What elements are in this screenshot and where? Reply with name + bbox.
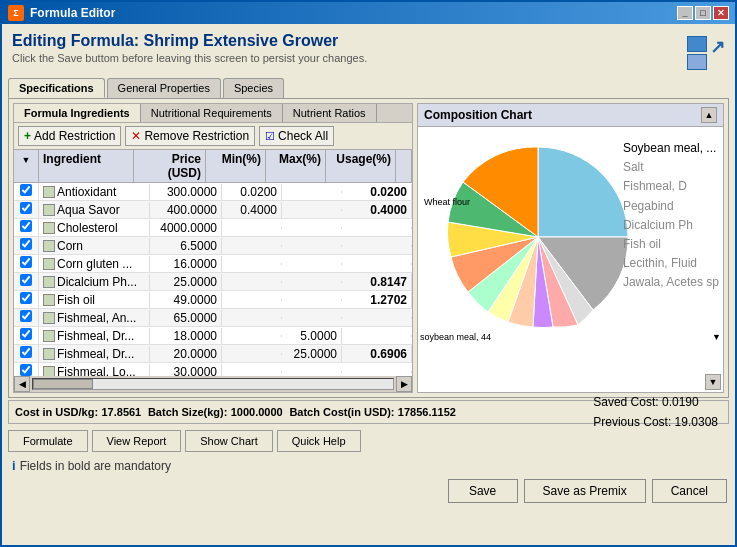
scroll-left-button[interactable]: ◀ — [14, 376, 30, 392]
row-checkbox[interactable] — [14, 183, 39, 200]
col-price: Price (USD) — [134, 150, 206, 182]
show-chart-button[interactable]: Show Chart — [185, 430, 272, 452]
row-ingredient-name: Fish oil — [39, 292, 150, 308]
table-row[interactable]: Dicalcium Ph... 25.0000 0.8147 — [14, 273, 412, 291]
table-row[interactable]: Fishmeal, Dr... 18.0000 5.0000 — [14, 327, 412, 345]
tab-general-properties[interactable]: General Properties — [107, 78, 221, 98]
save-button[interactable]: Save — [448, 479, 518, 503]
table-row[interactable]: Cholesterol 4000.0000 — [14, 219, 412, 237]
row-ingredient-name: Cholesterol — [39, 220, 150, 236]
row-max — [282, 209, 342, 211]
subtab-nutritional-requirements[interactable]: Nutritional Requirements — [141, 104, 283, 122]
table-row[interactable]: Fishmeal, Dr... 20.0000 25.0000 0.6906 — [14, 345, 412, 363]
tab-species[interactable]: Species — [223, 78, 284, 98]
ingredient-icon — [43, 366, 55, 377]
batch-cost-label: Batch Cost(in USD): — [289, 406, 394, 418]
subtab-nutrient-ratios[interactable]: Nutrient Ratios — [283, 104, 377, 122]
close-button[interactable]: ✕ — [713, 6, 729, 20]
row-min — [222, 353, 282, 355]
table-row[interactable]: Corn gluten ... 16.0000 — [14, 255, 412, 273]
tab-specifications[interactable]: Specifications — [8, 78, 105, 98]
row-max — [282, 227, 342, 229]
formulate-button[interactable]: Formulate — [8, 430, 88, 452]
ingredient-icon — [43, 222, 55, 234]
col-check: ▼ — [14, 150, 39, 182]
graphic-box-2 — [687, 54, 707, 70]
scroll-thumb[interactable] — [33, 379, 93, 389]
table-row[interactable]: Antioxidant 300.0000 0.0200 0.0200 — [14, 183, 412, 201]
table-row[interactable]: Corn 6.5000 — [14, 237, 412, 255]
subtab-formula-ingredients[interactable]: Formula Ingredients — [14, 104, 141, 122]
row-checkbox[interactable] — [14, 291, 39, 308]
table-row[interactable]: Fishmeal, An... 65.0000 — [14, 309, 412, 327]
save-as-premix-button[interactable]: Save as Premix — [524, 479, 646, 503]
row-checkbox[interactable] — [14, 255, 39, 272]
row-ingredient-name: Fishmeal, Dr... — [39, 328, 150, 344]
col-usage: Usage(%) — [326, 150, 396, 182]
legend-item-1: Soybean meal, ... — [623, 139, 719, 158]
ingredient-icon — [43, 312, 55, 324]
row-checkbox[interactable] — [14, 363, 39, 376]
table-row[interactable]: Fish oil 49.0000 1.2702 — [14, 291, 412, 309]
row-price: 30.0000 — [150, 364, 222, 377]
table-row[interactable]: Aqua Savor 400.0000 0.4000 0.4000 — [14, 201, 412, 219]
legend-item-4: Pegabind — [623, 197, 719, 216]
row-ingredient-name: Antioxidant — [39, 184, 150, 200]
row-min — [222, 317, 282, 319]
ingredients-table: ▼ Ingredient Price (USD) Min(%) Max(%) U… — [14, 150, 412, 376]
row-checkbox[interactable] — [14, 237, 39, 254]
scroll-track[interactable] — [32, 378, 394, 390]
row-max — [282, 191, 342, 193]
row-usage — [342, 227, 412, 229]
chart-label-soy44: soybean meal, 44 — [420, 332, 491, 342]
legend-item-7: Lecithin, Fluid — [623, 254, 719, 273]
row-min — [222, 371, 282, 373]
main-content-area: Formula Ingredients Nutritional Requirem… — [8, 98, 729, 398]
row-price: 65.0000 — [150, 310, 222, 326]
row-checkbox[interactable] — [14, 327, 39, 344]
remove-restriction-button[interactable]: ✕ Remove Restriction — [125, 126, 255, 146]
row-usage — [342, 245, 412, 247]
chart-scroll-down-btn[interactable]: ▼ — [705, 374, 721, 390]
chart-scroll-down[interactable]: ▼ — [712, 332, 721, 342]
sort-icon: ▼ — [22, 155, 31, 165]
chart-title-label: Composition Chart — [424, 108, 532, 122]
cancel-button[interactable]: Cancel — [652, 479, 727, 503]
row-min — [222, 335, 282, 337]
row-usage: 1.2702 — [342, 292, 412, 308]
col-ingredient: Ingredient — [39, 150, 134, 182]
prev-cost-label: Previous Cost: — [593, 415, 671, 429]
chart-scroll-up[interactable]: ▲ — [701, 107, 717, 123]
add-icon: + — [24, 129, 31, 143]
info-icon: i — [12, 458, 16, 473]
row-checkbox[interactable] — [14, 201, 39, 218]
table-body[interactable]: Antioxidant 300.0000 0.0200 0.0200 Aqua … — [14, 183, 412, 376]
ingredients-toolbar: + Add Restriction ✕ Remove Restriction ☑… — [14, 123, 412, 150]
bottom-buttons-row: Save Save as Premix Cancel — [2, 475, 735, 509]
check-all-button[interactable]: ☑ Check All — [259, 126, 334, 146]
row-checkbox[interactable] — [14, 345, 39, 362]
row-usage: 0.8147 — [342, 274, 412, 290]
scroll-right-button[interactable]: ▶ — [396, 376, 412, 392]
row-checkbox[interactable] — [14, 219, 39, 236]
row-min: 0.4000 — [222, 202, 282, 218]
maximize-button[interactable]: □ — [695, 6, 711, 20]
pie-chart — [438, 137, 638, 337]
minimize-button[interactable]: _ — [677, 6, 693, 20]
view-report-button[interactable]: View Report — [92, 430, 182, 452]
quick-help-button[interactable]: Quick Help — [277, 430, 361, 452]
row-ingredient-name: Corn — [39, 238, 150, 254]
batch-cost-value: 17856.1152 — [398, 406, 456, 418]
row-usage: 0.4000 — [342, 202, 412, 218]
batch-size-label: Batch Size(kg): — [148, 406, 227, 418]
check-all-label: Check All — [278, 129, 328, 143]
chart-legend: Soybean meal, ... Salt Fishmeal, D Pegab… — [623, 139, 719, 293]
row-checkbox[interactable] — [14, 309, 39, 326]
row-checkbox[interactable] — [14, 273, 39, 290]
row-ingredient-name: Fishmeal, Lo... — [39, 364, 150, 377]
table-row[interactable]: Fishmeal, Lo... 30.0000 — [14, 363, 412, 376]
add-restriction-button[interactable]: + Add Restriction — [18, 126, 121, 146]
row-ingredient-name: Fishmeal, An... — [39, 310, 150, 326]
row-max: 5.0000 — [282, 328, 342, 344]
horizontal-scrollbar[interactable]: ◀ ▶ — [14, 376, 412, 392]
